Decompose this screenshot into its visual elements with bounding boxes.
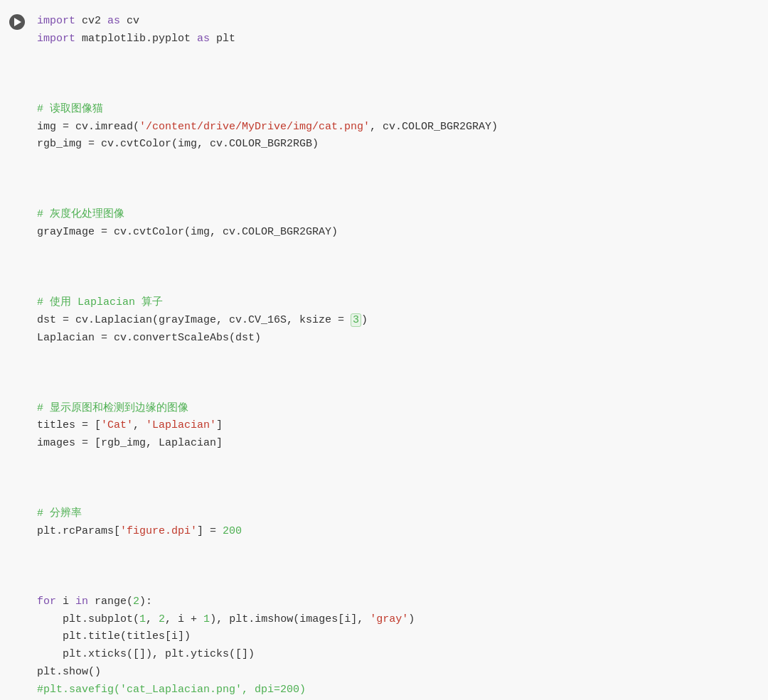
line-subplot: plt.subplot(1, 2, i + 1), plt.imshow(ima… (37, 613, 415, 625)
line-imread: img = cv.imread('/content/drive/MyDrive/… (37, 121, 498, 133)
line-comment-gray: # 灰度化处理图像 (37, 208, 124, 220)
line-savefig-comment: #plt.savefig('cat_Laplacian.png', dpi=20… (37, 684, 306, 696)
code-content: import cv2 as cv import matplotlib.pyplo… (37, 13, 757, 699)
line-gray: grayImage = cv.cvtColor(img, cv.COLOR_BG… (37, 226, 338, 238)
line-comment-show: # 显示原图和检测到边缘的图像 (37, 402, 188, 414)
run-button[interactable] (9, 14, 25, 30)
line-dpi: plt.rcParams['figure.dpi'] = 200 (37, 525, 242, 537)
line-images: images = [rgb_img, Laplacian] (37, 437, 223, 449)
cell-gutter (0, 7, 34, 700)
line-for: for i in range(2): (37, 596, 152, 608)
code-editor[interactable]: import cv2 as cv import matplotlib.pyplo… (34, 7, 768, 700)
line-laplacian-convert: Laplacian = cv.convertScaleAbs(dst) (37, 332, 261, 344)
line-laplacian-dst: dst = cv.Laplacian(grayImage, cv.CV_16S,… (37, 313, 368, 327)
line-show: plt.show() (37, 666, 101, 678)
line-cvtcolor-rgb: rgb_img = cv.cvtColor(img, cv.COLOR_BGR2… (37, 138, 319, 150)
notebook-cell: import cv2 as cv import matplotlib.pyplo… (0, 0, 768, 700)
line-import-plt: import matplotlib.pyplot as plt (37, 33, 235, 45)
line-comment-dpi: # 分辨率 (37, 507, 82, 519)
line-import-cv2: import cv2 as cv (37, 15, 139, 27)
line-ticks: plt.xticks([]), plt.yticks([]) (37, 648, 255, 660)
line-titles: titles = ['Cat', 'Laplacian'] (37, 419, 223, 431)
line-title: plt.title(titles[i]) (37, 630, 191, 642)
line-comment-laplacian: # 使用 Laplacian 算子 (37, 296, 163, 308)
line-comment-read: # 读取图像猫 (37, 103, 103, 115)
